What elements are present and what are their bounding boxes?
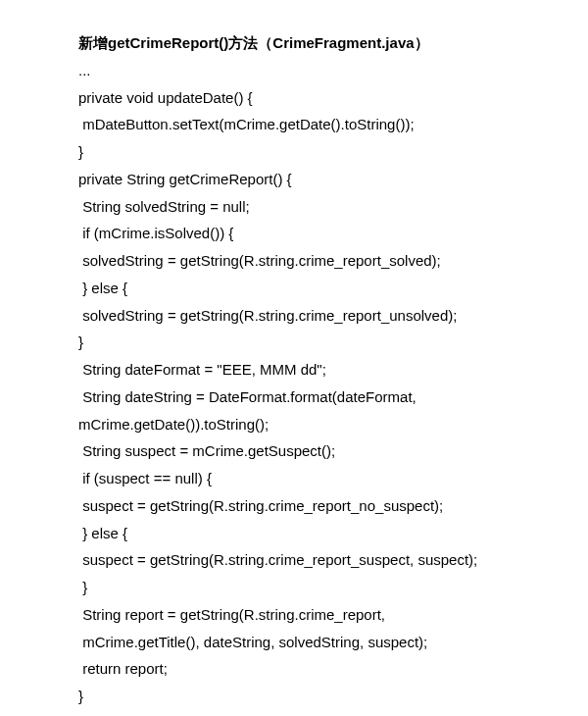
code-line: } xyxy=(78,683,588,710)
code-line: mDateButton.setText(mCrime.getDate().toS… xyxy=(78,111,588,138)
code-line: String suspect = mCrime.getSuspect(); xyxy=(78,437,588,465)
code-line: private String getCrimeReport() { xyxy=(78,166,588,193)
code-line: ... xyxy=(78,57,588,84)
code-line: suspect = getString(R.string.crime_repor… xyxy=(78,546,588,574)
code-line: mCrime.getTitle(), dateString, solvedStr… xyxy=(78,629,588,656)
code-line: String dateFormat = "EEE, MMM dd"; xyxy=(78,356,588,384)
code-line: mCrime.getDate()).toString(); xyxy=(78,411,588,438)
code-line: solvedString = getString(R.string.crime_… xyxy=(78,302,588,330)
code-line: String report = getString(R.string.crime… xyxy=(78,601,588,629)
code-line: String solvedString = null; xyxy=(78,193,588,221)
code-line: return report; xyxy=(78,655,588,683)
code-line: } xyxy=(78,574,588,601)
code-line: suspect = getString(R.string.crime_repor… xyxy=(78,492,588,520)
code-line: } else { xyxy=(78,275,588,302)
code-line: } xyxy=(78,329,588,356)
code-line: } xyxy=(78,138,588,166)
code-line: if (suspect == null) { xyxy=(78,465,588,492)
code-line: private void updateDate() { xyxy=(78,84,588,112)
code-line: solvedString = getString(R.string.crime_… xyxy=(78,247,588,275)
code-title: 新增getCrimeReport()方法（CrimeFragment.java） xyxy=(78,29,588,57)
code-line: if (mCrime.isSolved()) { xyxy=(78,220,588,247)
code-line: } else { xyxy=(78,520,588,547)
code-line: String dateString = DateFormat.format(da… xyxy=(78,384,588,411)
